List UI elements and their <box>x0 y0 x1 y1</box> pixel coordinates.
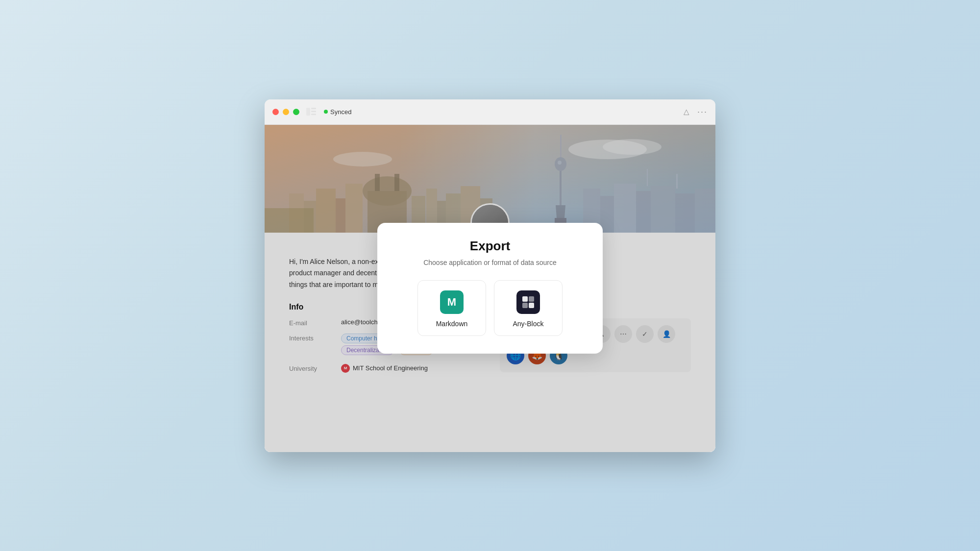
svg-rect-41 <box>522 296 528 302</box>
maximize-button[interactable] <box>293 109 299 115</box>
export-options: M Markdown Any-B <box>397 280 583 336</box>
markdown-icon-letter: M <box>447 296 456 309</box>
svg-rect-1 <box>311 108 316 109</box>
content-area: Hi, I'm Alice Nelson, a non-existent per… <box>265 125 715 452</box>
svg-rect-43 <box>522 303 528 308</box>
traffic-lights <box>272 109 299 115</box>
minimize-button[interactable] <box>283 109 289 115</box>
export-markdown-option[interactable]: M Markdown <box>417 280 486 336</box>
modal-subtitle: Choose application or format of data sou… <box>397 259 583 266</box>
sync-label: Synced <box>330 108 351 116</box>
export-anyblock-option[interactable]: Any-Block <box>494 280 563 336</box>
anyblock-icon <box>516 290 540 314</box>
app-window: Synced △ ··· <box>265 99 715 452</box>
svg-rect-42 <box>529 296 534 302</box>
title-bar: Synced △ ··· <box>265 99 715 125</box>
export-modal: Export Choose application or format of d… <box>377 223 603 354</box>
svg-rect-3 <box>311 114 316 115</box>
modal-overlay[interactable]: Export Choose application or format of d… <box>265 125 715 452</box>
modal-title: Export <box>397 239 583 254</box>
sync-status: Synced <box>324 108 351 116</box>
triangle-icon[interactable]: △ <box>684 107 689 116</box>
sidebar-toggle[interactable] <box>306 108 316 116</box>
svg-rect-44 <box>529 303 534 308</box>
anyblock-label: Any-Block <box>513 320 543 328</box>
svg-rect-2 <box>311 111 316 112</box>
markdown-label: Markdown <box>436 320 468 328</box>
sync-dot <box>324 110 328 114</box>
close-button[interactable] <box>272 109 279 115</box>
svg-rect-0 <box>306 108 310 116</box>
markdown-icon: M <box>440 290 464 314</box>
title-bar-actions: △ ··· <box>684 107 708 117</box>
more-options-icon[interactable]: ··· <box>697 107 708 117</box>
